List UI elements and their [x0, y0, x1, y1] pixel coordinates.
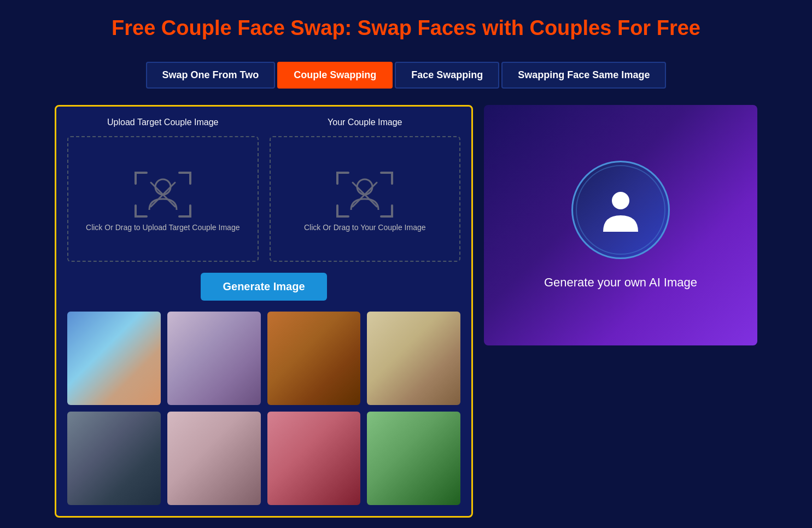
target-upload-box: Upload Target Couple Image [67, 118, 259, 262]
svg-point-3 [357, 179, 372, 195]
sample-image-3[interactable] [267, 312, 361, 405]
svg-point-6 [612, 192, 629, 209]
sample-image-4[interactable] [367, 312, 460, 405]
face-scan-icon-right [332, 167, 398, 222]
left-panel: Upload Target Couple Image [55, 105, 473, 518]
sample-image-1[interactable] [67, 312, 161, 405]
tab-face-swapping[interactable]: Face Swapping [395, 62, 499, 89]
sample-image-8[interactable] [367, 412, 460, 505]
generate-image-button[interactable]: Generate Image [201, 273, 326, 301]
your-upload-box: Your Couple Image Click Or Drag to Your … [270, 118, 461, 262]
tab-swapping-face-same[interactable]: Swapping Face Same Image [501, 62, 666, 89]
sample-image-2[interactable] [167, 312, 261, 405]
target-upload-text: Click Or Drag to Upload Target Couple Im… [86, 222, 239, 233]
tabs-nav: Swap One From Two Couple Swapping Face S… [0, 62, 812, 89]
sample-image-7[interactable] [267, 412, 361, 505]
generate-btn-container: Generate Image [67, 273, 460, 301]
sample-image-6[interactable] [167, 412, 261, 505]
face-scan-icon-left [130, 167, 196, 222]
main-content: Upload Target Couple Image [0, 105, 812, 518]
page-title: Free Couple Face Swap: Swap Faces with C… [0, 0, 812, 51]
your-upload-dropzone[interactable]: Click Or Drag to Your Couple Image [270, 136, 461, 262]
upload-area: Upload Target Couple Image [67, 118, 460, 262]
target-upload-label: Upload Target Couple Image [107, 118, 218, 127]
sample-images-grid [67, 312, 460, 505]
your-upload-label: Your Couple Image [328, 118, 402, 127]
ai-generate-label: Generate your own AI Image [544, 275, 697, 290]
your-upload-text: Click Or Drag to Your Couple Image [304, 222, 426, 233]
tab-couple-swapping[interactable]: Couple Swapping [277, 62, 393, 89]
svg-point-0 [155, 179, 171, 195]
right-panel: Generate your own AI Image [484, 105, 757, 345]
target-upload-dropzone[interactable]: Click Or Drag to Upload Target Couple Im… [67, 136, 259, 262]
ai-image-circle [571, 161, 670, 259]
ai-person-image-icon [593, 185, 648, 234]
tab-swap-one[interactable]: Swap One From Two [146, 62, 276, 89]
sample-image-5[interactable] [67, 412, 161, 505]
